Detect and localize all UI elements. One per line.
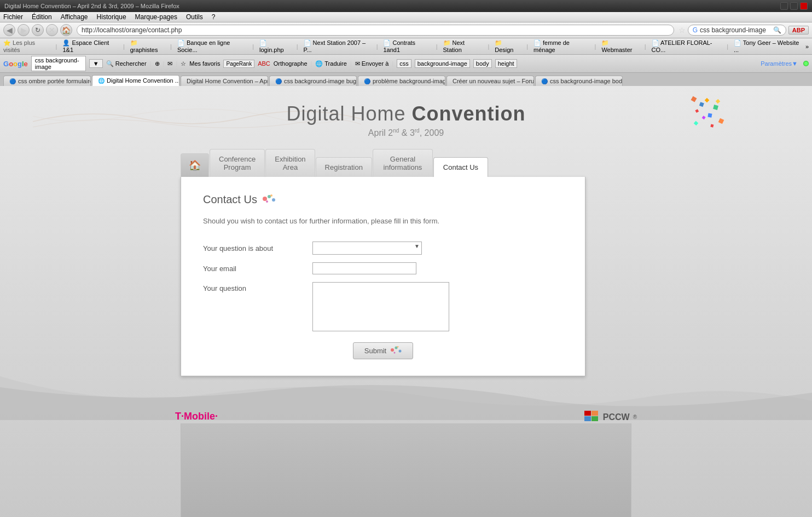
google-traduire[interactable]: 🌐 Traduire: [315, 60, 346, 67]
google-css1[interactable]: css: [397, 59, 411, 68]
url-text: http://localhost/orange/contact.php: [82, 26, 182, 34]
google-rechercher[interactable]: 🔍 Rechercher: [106, 60, 147, 67]
svg-point-11: [263, 197, 267, 201]
google-orthographe[interactable]: Orthographe: [274, 60, 308, 67]
bookmark-login[interactable]: 📄 login.php: [259, 39, 291, 53]
email-label: Your email: [203, 265, 312, 273]
bookmark-next-station-2007[interactable]: 📄 Next Station 2007 – P...: [304, 39, 371, 53]
content-area: Contact Us Should you wish to contact us…: [181, 177, 585, 376]
question-select-wrapper: [312, 242, 422, 255]
tab-probleme[interactable]: 🔵 problème background-image a... ✕: [358, 76, 445, 86]
question-about-select[interactable]: [312, 242, 422, 255]
tab-css-bg[interactable]: 🔵 css background-image bug fire... ✕: [269, 76, 357, 86]
google-separator2: |: [163, 60, 165, 67]
sponsors-container: T·Mobile· PCCW®: [0, 411, 812, 423]
search-bar[interactable]: G css background-image 🔍: [688, 25, 786, 36]
content-title: Contact Us: [203, 193, 563, 206]
google-pagerank[interactable]: PageRank: [223, 60, 254, 68]
google-separator5: |: [350, 60, 352, 67]
google-separator3: |: [176, 60, 177, 67]
submit-dots-icon: [391, 346, 402, 355]
bookmark-more[interactable]: »: [805, 43, 809, 50]
tab-dhc-active[interactable]: 🌐 Digital Home Convention ... ✕: [92, 75, 179, 86]
bookmark-espace-client[interactable]: 👤 Espace Client 1&1: [62, 39, 117, 53]
home-button[interactable]: 🏠: [60, 24, 72, 36]
title-dots-icon: [263, 193, 276, 206]
svg-point-15: [266, 200, 268, 203]
tab-favicon: 🔵: [9, 78, 16, 84]
bookmark-star-icon[interactable]: ☆: [678, 26, 686, 35]
google-params[interactable]: Paramètres▼: [761, 60, 798, 67]
menu-edition[interactable]: Édition: [32, 13, 52, 21]
google-height[interactable]: height: [495, 59, 517, 68]
google-search-btn[interactable]: ▼: [89, 59, 103, 68]
bookmark-most-visited[interactable]: ⭐ Les plus visités: [3, 39, 50, 53]
browser-title: Digital Home Convention – April 2nd & 3r…: [4, 3, 179, 9]
nav-tab-conference[interactable]: ConferenceProgram: [210, 149, 265, 177]
bookmark-banque[interactable]: 📄 Banque en ligne Socie...: [177, 39, 247, 53]
bookmark-femme-menage[interactable]: 📄 femme de ménage: [533, 39, 589, 53]
adblock-button[interactable]: ABP: [788, 26, 809, 35]
google-favoris[interactable]: Mes favoris: [189, 60, 220, 67]
google-logo: Google: [3, 60, 28, 68]
address-bar[interactable]: http://localhost/orange/contact.php: [77, 25, 674, 36]
google-abc-icon[interactable]: ABC: [258, 60, 270, 67]
nav-tab-registration[interactable]: Registration: [316, 157, 372, 177]
bookmark-graphistes[interactable]: 📁 graphistes: [130, 39, 165, 53]
submit-button[interactable]: Submit: [353, 342, 413, 359]
pccw-icon: [584, 411, 600, 423]
bookmark-tony[interactable]: 📄 Tony Geer – Website ...: [734, 39, 801, 53]
menu-outils[interactable]: Outils: [186, 13, 203, 21]
tmobile-logo: T·Mobile·: [175, 411, 218, 423]
google-body[interactable]: body: [473, 59, 492, 68]
tab-css-body[interactable]: 🔵 css background-image body h... ✕: [535, 76, 623, 86]
nav-tab-general[interactable]: Generalinformations: [373, 149, 433, 177]
footer-section: T·Mobile· PCCW®: [0, 376, 812, 423]
lower-content-area: [181, 423, 631, 517]
forward-button[interactable]: ▶: [18, 24, 30, 36]
maximize-button[interactable]: [790, 2, 798, 10]
refresh-button[interactable]: ↻: [32, 24, 44, 36]
google-star-icon[interactable]: ☆: [181, 60, 186, 67]
nav-tab-home[interactable]: 🏠: [181, 153, 209, 177]
nav-tab-contact[interactable]: Contact Us: [433, 157, 488, 177]
bookmark-atelier[interactable]: 📄 ATELIER FLORAL-CO...: [652, 39, 722, 53]
question-about-label: Your question is about: [203, 244, 312, 252]
pccw-logo: PCCW®: [584, 411, 637, 423]
menu-bar: Fichier Édition Affichage Historique Mar…: [0, 12, 812, 22]
google-separator6: |: [392, 60, 393, 67]
bookmark-design[interactable]: 📁 Design: [495, 39, 521, 53]
minimize-button[interactable]: [780, 2, 788, 10]
contact-form: Your question is about Your email Your q…: [203, 242, 563, 359]
question-textarea[interactable]: [312, 282, 449, 331]
menu-fichier[interactable]: Fichier: [3, 13, 23, 21]
svg-point-14: [270, 194, 272, 197]
google-search-field[interactable]: css background-image: [31, 56, 86, 71]
back-button[interactable]: ◀: [3, 24, 15, 36]
submit-row: Submit: [203, 342, 563, 359]
menu-help[interactable]: ?: [212, 13, 216, 21]
stop-button[interactable]: ✕: [46, 24, 58, 36]
close-button[interactable]: [800, 2, 808, 10]
menu-marquepages[interactable]: Marque-pages: [135, 13, 177, 21]
menu-affichage[interactable]: Affichage: [61, 13, 88, 21]
tab-dhc-april[interactable]: Digital Home Convention – Apri... ✕: [181, 76, 268, 86]
window-controls[interactable]: [780, 2, 808, 10]
bookmark-webmaster[interactable]: 📁 Webmaster: [601, 39, 639, 53]
google-mail-icon[interactable]: ✉: [167, 60, 172, 67]
google-envoyer[interactable]: ✉ Envoyer à: [355, 60, 389, 67]
site-title: Digital Home Convention: [0, 102, 812, 125]
bookmark-contrats[interactable]: 📄 Contrats 1and1: [383, 39, 430, 53]
bookmark-next-station[interactable]: 📁 Next Station: [443, 39, 483, 53]
search-submit-icon[interactable]: 🔍: [773, 26, 781, 34]
page-wrapper: Digital Home Convention April 2nd & 3rd,…: [0, 86, 812, 517]
nav-tab-exhibition[interactable]: ExhibitionArea: [265, 149, 315, 177]
menu-historique[interactable]: Historique: [97, 13, 126, 21]
google-network-icon[interactable]: ⊕: [155, 60, 160, 67]
email-input[interactable]: [312, 262, 416, 274]
google-bg-image[interactable]: background-image: [415, 59, 470, 68]
tab-creer[interactable]: Créer un nouveau sujet – Foru... ✕: [446, 76, 534, 86]
svg-rect-24: [591, 416, 598, 421]
tab-css-ombre[interactable]: 🔵 css ombre portée formulaire in... ✕: [3, 76, 91, 86]
contact-description: Should you wish to contact us for furthe…: [203, 217, 563, 225]
